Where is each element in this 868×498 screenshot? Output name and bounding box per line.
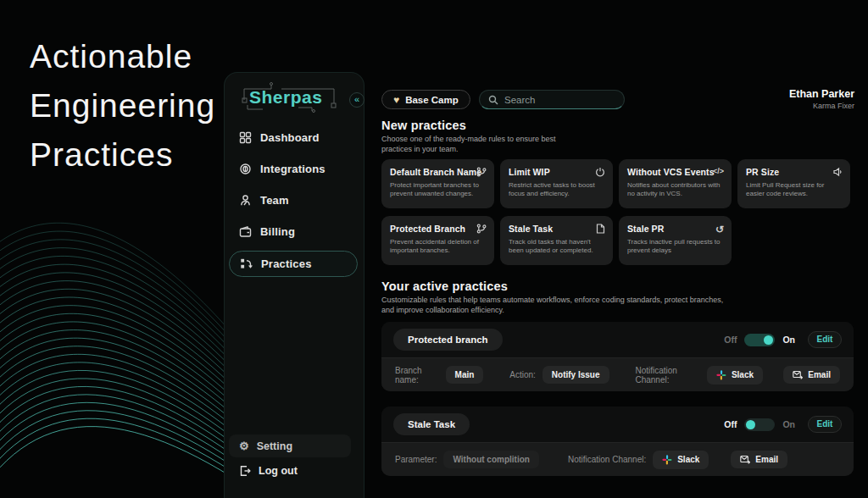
settings-button[interactable]: ⚙ Setting: [229, 434, 351, 457]
sidebar-item-practices[interactable]: Practices: [229, 251, 358, 277]
chevrons-left-icon: «: [354, 94, 359, 104]
slack-icon: [716, 370, 726, 380]
sidebar-item-billing[interactable]: Billing: [229, 219, 358, 244]
card-description: Protect important branches to prevent un…: [390, 181, 486, 198]
panel-detail-row: Parameter: Without complition Notificati…: [381, 442, 854, 476]
email-icon: [793, 370, 803, 379]
file-icon: [596, 224, 605, 234]
channel-label: Email: [808, 370, 831, 379]
channel-label: Email: [755, 455, 778, 464]
user-role: Karma Fixer: [789, 102, 854, 110]
card-title: Stale PR: [627, 224, 723, 234]
card-description: Prevent accidental deletion of important…: [390, 238, 486, 255]
user-info[interactable]: Ethan Parker Karma Fixer: [789, 88, 854, 110]
team-badge-label: Base Camp: [405, 95, 459, 105]
channel-label: Slack: [732, 370, 754, 379]
card-title: Default Branch Name: [390, 167, 486, 177]
practice-cards-row-2: Protected Branch Prevent accidental dele…: [381, 216, 732, 265]
toggle-on-label: On: [782, 335, 795, 345]
toggle-off-label: Off: [724, 419, 737, 429]
channel-label: Slack: [677, 455, 699, 464]
toggle-knob: [746, 420, 755, 429]
search-bar[interactable]: [479, 90, 625, 109]
practice-card-protected-branch[interactable]: Protected Branch Prevent accidental dele…: [381, 216, 494, 265]
gear-icon: ⚙: [239, 440, 249, 452]
card-title: Limit WIP: [509, 167, 604, 177]
slack-channel-chip[interactable]: Slack: [653, 451, 709, 469]
settings-label: Setting: [257, 440, 292, 452]
integrations-icon: [239, 163, 252, 175]
sidebar-item-label: Integrations: [260, 163, 326, 175]
history-icon: ↺: [715, 224, 724, 235]
logout-label: Log out: [259, 465, 298, 477]
practice-name-pill[interactable]: Protected branch: [393, 329, 503, 351]
email-channel-chip[interactable]: Email: [783, 366, 840, 384]
panel-header: Stale Task Off On Edit: [381, 407, 854, 442]
search-input[interactable]: [504, 95, 606, 105]
card-title: Protected Branch: [390, 224, 486, 234]
card-description: Tracks inactive pull requests to prevent…: [627, 238, 723, 255]
card-description: Track old tasks that haven't been update…: [509, 238, 604, 255]
practice-card-pr-size[interactable]: PR Size Limit Pull Request size for easi…: [737, 159, 850, 208]
card-description: Notifies about contributors with no acti…: [627, 181, 723, 198]
team-icon: [239, 194, 252, 207]
sidebar-item-label: Billing: [260, 225, 295, 238]
practices-icon: [240, 257, 253, 270]
edit-button[interactable]: Edit: [808, 331, 842, 348]
billing-wallet-icon: [239, 225, 252, 238]
field-label: Notification Channel:: [568, 455, 646, 464]
dashboard-grid-icon: [239, 131, 252, 144]
practice-card-without-vcs-events[interactable]: Without VCS Events </> Notifies about co…: [619, 159, 732, 208]
active-practice-protected-branch: Protected branch Off On Edit Branch name…: [381, 322, 854, 391]
sidebar-item-label: Dashboard: [260, 131, 320, 144]
team-badge[interactable]: ♥ Base Camp: [381, 90, 470, 109]
sidebar-nav: Dashboard Integrations Team Billing: [229, 125, 358, 284]
toggle-on-label: On: [782, 419, 795, 429]
practice-card-stale-task[interactable]: Stale Task Track old tasks that haven't …: [500, 216, 613, 265]
practice-name-pill[interactable]: Stale Task: [393, 413, 470, 435]
speaker-icon: [832, 167, 843, 177]
page-title: Actionable Engineering Practices: [30, 32, 215, 180]
new-practices-title: New practices: [381, 119, 466, 132]
action-chip[interactable]: Notify Issue: [542, 366, 609, 384]
sidebar-item-label: Team: [260, 194, 289, 207]
toggle-knob: [764, 335, 773, 345]
practice-cards-row-1: Default Branch Name Protect important br…: [381, 159, 850, 208]
card-description: Limit Pull Request size for easier code …: [746, 181, 842, 198]
sidebar-item-label: Practices: [261, 257, 312, 270]
email-channel-chip[interactable]: Email: [731, 451, 787, 468]
field-label: Parameter:: [395, 455, 437, 464]
card-description: Restrict active tasks to boost focus and…: [509, 181, 604, 198]
practice-toggle[interactable]: [744, 418, 775, 431]
code-icon: </>: [713, 167, 724, 175]
new-practices-subtitle: Choose one of the ready-made rules to en…: [381, 134, 576, 154]
branch-name-chip[interactable]: Main: [446, 366, 484, 384]
card-title: Stale Task: [509, 224, 604, 234]
sidebar-item-dashboard[interactable]: Dashboard: [229, 125, 358, 150]
practice-card-stale-pr[interactable]: Stale PR ↺ Tracks inactive pull requests…: [619, 216, 732, 265]
logout-button[interactable]: Log out: [239, 465, 298, 477]
email-icon: [740, 455, 750, 464]
practice-card-default-branch-name[interactable]: Default Branch Name Protect important br…: [381, 159, 494, 208]
field-label: Notification Channel:: [635, 366, 699, 385]
slack-channel-chip[interactable]: Slack: [707, 366, 763, 385]
parameter-chip[interactable]: Without complition: [443, 451, 538, 468]
power-icon: [595, 167, 605, 177]
practice-card-limit-wip[interactable]: Limit WIP Restrict active tasks to boost…: [500, 159, 613, 208]
git-branch-icon: [476, 224, 487, 234]
panel-header: Protected branch Off On Edit: [381, 322, 854, 357]
field-label: Branch name:: [395, 366, 439, 385]
field-label: Action:: [509, 370, 536, 379]
sidebar-item-team[interactable]: Team: [229, 188, 358, 213]
sidebar-collapse-button[interactable]: «: [349, 92, 364, 108]
edit-button[interactable]: Edit: [808, 416, 842, 433]
panel-detail-row: Branch name: Main Action: Notify Issue N…: [381, 357, 854, 391]
sidebar-item-integrations[interactable]: Integrations: [229, 157, 358, 181]
practice-toggle[interactable]: [744, 334, 775, 346]
heart-icon: ♥: [393, 94, 399, 106]
active-practice-stale-task: Stale Task Off On Edit Parameter: Withou…: [381, 407, 854, 476]
active-practices-subtitle: Customizable rules that help teams autom…: [381, 295, 737, 315]
app-logo: Sherpas: [249, 87, 322, 108]
card-title: PR Size: [746, 167, 842, 177]
user-name: Ethan Parker: [789, 88, 854, 100]
